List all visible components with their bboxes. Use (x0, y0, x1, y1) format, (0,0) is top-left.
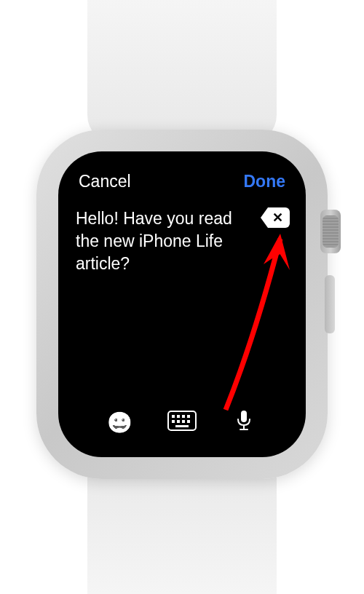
mic-icon (236, 410, 252, 435)
watch-case: Cancel Done Hello! Have you read the new… (36, 130, 328, 479)
compose-header: Cancel Done (74, 172, 290, 191)
emoji-icon: 😀 (107, 411, 132, 435)
svg-rect-2 (177, 415, 180, 418)
watch-screen: Cancel Done Hello! Have you read the new… (58, 151, 306, 457)
input-toolbar: 😀 (74, 402, 290, 441)
svg-rect-1 (172, 415, 175, 418)
text-input-area[interactable]: Hello! Have you read the new iPhone Life… (74, 205, 290, 402)
svg-rect-7 (182, 420, 185, 423)
svg-rect-3 (182, 415, 185, 418)
svg-rect-10 (241, 411, 247, 422)
backspace-icon: ✕ (272, 210, 283, 226)
svg-rect-6 (177, 420, 180, 423)
svg-rect-4 (187, 415, 190, 418)
emoji-button[interactable]: 😀 (106, 408, 135, 437)
cancel-button[interactable]: Cancel (79, 172, 131, 191)
watch-device: Cancel Done Hello! Have you read the new… (29, 42, 335, 552)
svg-rect-8 (187, 420, 190, 423)
message-text: Hello! Have you read the new iPhone Life… (76, 207, 256, 275)
watch-band-top (87, 0, 277, 144)
done-button[interactable]: Done (244, 172, 286, 191)
side-button[interactable] (325, 275, 335, 333)
mic-button[interactable] (229, 408, 258, 437)
backspace-button[interactable]: ✕ (261, 207, 290, 228)
svg-rect-9 (175, 425, 189, 427)
keyboard-icon (167, 411, 197, 434)
digital-crown[interactable] (320, 210, 341, 253)
keyboard-button[interactable] (167, 408, 197, 437)
svg-rect-5 (172, 420, 175, 423)
